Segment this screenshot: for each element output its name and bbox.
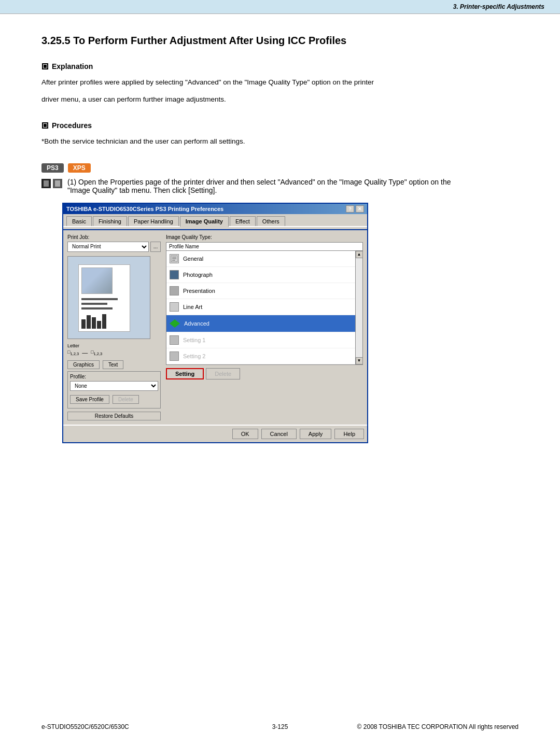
footer-right: © 2008 TOSHIBA TEC CORPORATION All right… [357,723,519,730]
icon-setting1 [170,335,179,345]
procedures-section: Procedures *Both the service technician … [41,121,519,148]
setting-btn[interactable]: Setting [166,368,204,379]
footer-left: e-STUDIO5520C/6520C/6530C [41,723,129,730]
profile-dropdown-row: None [70,381,158,391]
preview-image [81,268,113,294]
graphics-btn[interactable]: Graphics [67,360,100,369]
help-titlebar-btn[interactable]: ? [346,205,354,213]
paper-icon-2-sub: 1,2,3 [94,351,103,356]
close-titlebar-btn[interactable]: ✕ [356,205,364,213]
general-icon-svg [171,255,178,262]
tab-finishing[interactable]: Finishing [93,216,127,226]
print-job-dropdown[interactable]: Normal Print [67,242,149,252]
procedures-heading: Procedures [41,121,519,130]
main-content: 3.25.5 To Perform Further Adjustment Aft… [0,14,560,485]
tab-paper-handling[interactable]: Paper Handling [128,216,179,226]
restore-defaults-btn[interactable]: Restore Defaults [67,412,161,420]
quality-item-setting2[interactable]: Setting 2 [166,348,362,364]
checkbox-icon-2 [41,122,49,129]
explanation-section: Explanation After printer profiles were … [41,62,519,106]
header-text: 3. Printer-specific Adjustments [453,3,544,10]
dialog-wrapper: TOSHIBA e-STUDIO6530CSeries PS3 Printing… [62,203,519,443]
scroll-up-btn[interactable]: ▲ [356,251,363,258]
text-btn[interactable]: Text [103,360,123,369]
quality-item-general-label: General [183,256,203,262]
paper-icon-2: □1,2,3 [91,349,102,356]
explanation-text1: After printer profiles were applied by s… [41,77,519,89]
tab-basic[interactable]: Basic [66,216,92,226]
step-icon-inner [44,180,49,187]
icon-photo [170,270,179,279]
icon-advanced [170,318,180,329]
dialog-body: Print Job: Normal Print ... [63,230,367,425]
advanced-icon-svg [170,318,180,329]
preview-bar-1 [81,298,118,300]
icon-general [170,254,179,263]
badge-ps3: PS3 [41,163,64,173]
profile-group: Profile: None Save Profile Delete [67,371,161,409]
preview-box [67,256,150,339]
print-job-extra-btn[interactable]: ... [150,242,161,252]
paper-icon-1: □1,2,3 [67,349,79,356]
step-icon-inner2 [55,180,60,187]
explanation-heading: Explanation [41,62,519,71]
left-panel: Print Job: Normal Print ... [67,234,161,420]
cancel-btn[interactable]: Cancel [261,429,297,439]
preview-chart [81,314,127,329]
dialog-titlebar: TOSHIBA e-STUDIO6530CSeries PS3 Printing… [63,204,367,214]
help-btn[interactable]: Help [334,429,364,439]
apply-btn[interactable]: Apply [300,429,332,439]
print-job-label: Print Job: [67,234,161,240]
profile-dropdown[interactable]: None [70,381,158,391]
paper-icon-sep: — [82,349,88,356]
right-panel: Image Quality Type: Profile Name [166,234,363,420]
badge-xps: XPS [68,163,91,173]
titlebar-buttons: ? ✕ [346,205,364,213]
step-1-text1: (1) Open the Properties page of the prin… [67,178,451,186]
quality-item-setting1[interactable]: Setting 1 [166,332,362,348]
step-icon-black [41,179,51,188]
preview-bar-3 [81,307,113,309]
step-icons [41,179,62,188]
quality-list-scrollbar: ▲ ▼ [355,251,362,364]
delete-profile-btn[interactable]: Delete [113,395,139,404]
preview-paper [78,264,130,332]
quality-item-setting2-label: Setting 2 [183,353,205,359]
chart-bar-2 [87,315,91,329]
preview-bar-2 [81,303,107,305]
svg-rect-5 [44,124,47,127]
graphics-text-row: Graphics Text [67,360,161,369]
ok-btn[interactable]: OK [232,429,258,439]
quality-item-presentation[interactable]: Presentation [166,283,362,299]
quality-item-setting1-label: Setting 1 [183,337,205,343]
svg-marker-10 [170,319,180,328]
page-header: 3. Printer-specific Adjustments [0,0,560,14]
quality-list-container: General Photograph Presentation [166,251,363,365]
dialog-title: TOSHIBA e-STUDIO6530CSeries PS3 Printing… [66,206,223,212]
tab-effect[interactable]: Effect [230,216,256,226]
procedures-note: *Both the service technician and the use… [41,136,519,148]
chart-bar-1 [81,319,86,329]
print-job-dropdown-row: Normal Print ... [67,242,161,252]
step-1-text: (1) Open the Properties page of the prin… [67,178,451,194]
tab-others[interactable]: Others [257,216,285,226]
page-number: 3-125 [272,723,288,730]
save-profile-btn[interactable]: Save Profile [70,395,109,404]
delete-btn[interactable]: Delete [206,368,240,379]
icon-setting2 [170,351,179,361]
quality-item-advanced[interactable]: Advanced [166,315,362,332]
svg-rect-2 [44,65,47,68]
scroll-track[interactable] [356,258,362,357]
scroll-down-btn[interactable]: ▼ [356,357,363,364]
quality-item-photo-label: Photograph [183,272,213,278]
chart-bar-5 [102,314,106,329]
quality-item-general[interactable]: General [166,251,362,267]
icon-lineart [170,302,179,312]
quality-item-photograph[interactable]: Photograph [166,267,362,283]
step-1-text2: "Image Quality" tab menu. Then click [Se… [67,186,217,194]
tab-image-quality[interactable]: Image Quality [180,216,229,227]
quality-item-pres-label: Presentation [183,288,215,294]
badge-row: PS3 XPS [41,163,519,173]
paper-icons-row: □1,2,3 — □1,2,3 [67,349,161,356]
quality-item-lineart[interactable]: Line Art [166,299,362,315]
